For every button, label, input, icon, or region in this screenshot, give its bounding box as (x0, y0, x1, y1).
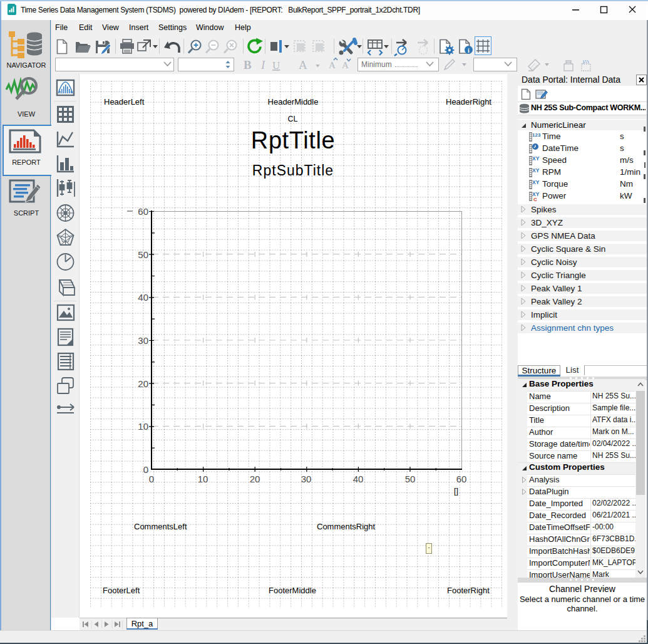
svg-text:123: 123 (532, 132, 541, 138)
svg-text:C: C (533, 197, 537, 202)
svg-text:i: i (468, 47, 470, 54)
svg-text:I: I (260, 58, 266, 71)
svg-text:XY: XY (532, 167, 540, 174)
svg-text:XY: XY (532, 179, 540, 185)
svg-text:A: A (342, 60, 349, 70)
svg-text:XY: XY (532, 155, 540, 162)
svg-text:U: U (272, 60, 280, 71)
svg-text:A: A (329, 60, 336, 70)
svg-text:B: B (244, 58, 252, 71)
svg-text:A: A (299, 58, 307, 71)
